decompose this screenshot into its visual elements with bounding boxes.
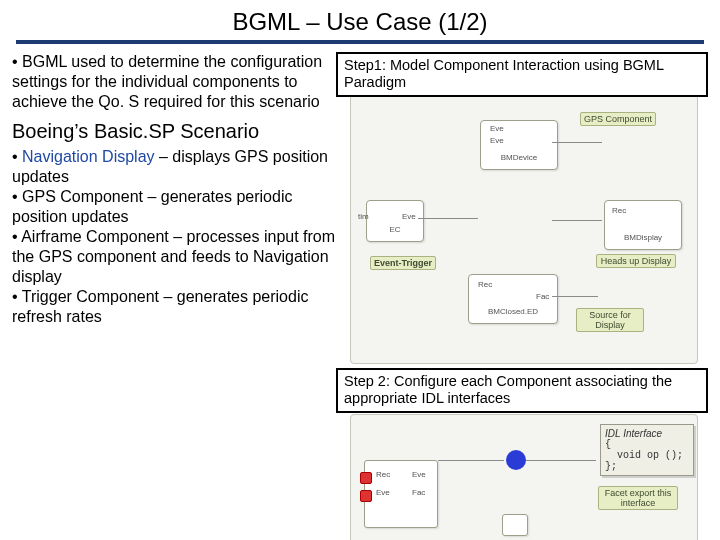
bullet-airframe-component: • Airframe Component – processes input f… — [12, 227, 342, 287]
title-underline — [16, 40, 704, 44]
port-eve-b2-label: Eve — [412, 470, 426, 479]
bullet-term: Navigation Display — [22, 148, 155, 165]
idl-interface-box: IDL Interface { void op (); }; — [600, 424, 694, 476]
slide-title: BGML – Use Case (1/2) — [0, 0, 720, 40]
bullet-prefix: • — [12, 288, 22, 305]
tag-event-trigger: Event-Trigger — [370, 256, 436, 270]
wire — [552, 296, 598, 297]
port-rec2: Rec — [478, 280, 492, 289]
port-fac-b-label: Fac — [412, 488, 425, 497]
tag-gps: GPS Component — [580, 112, 656, 126]
bullet-prefix: • — [12, 188, 22, 205]
wire — [552, 220, 602, 221]
port-eve-b — [360, 490, 372, 502]
intro-bullet: • BGML used to determine the configurati… — [12, 52, 342, 112]
callout-step2: Step 2: Configure each Component associa… — [336, 368, 708, 413]
slide-body: Step1: Model Component Interaction using… — [0, 52, 720, 327]
wire — [438, 460, 504, 461]
facet-port-box — [502, 514, 528, 536]
wire — [418, 218, 478, 219]
callout-step1: Step1: Model Component Interaction using… — [336, 52, 708, 97]
slide: BGML – Use Case (1/2) Step1: Model Compo… — [0, 0, 720, 540]
wire — [526, 460, 596, 461]
port-tim: tim — [358, 212, 369, 221]
port-eve-b-label: Eve — [376, 488, 390, 497]
tag-facet-export: Facet export this interface — [598, 486, 678, 510]
bullet-term: Trigger Component — [22, 288, 159, 305]
port-rec-b-label: Rec — [376, 470, 390, 479]
tag-headsup: Heads up Display — [596, 254, 676, 268]
bullet-prefix: • — [12, 228, 21, 245]
bullet-gps-component: • GPS Component – generates periodic pos… — [12, 187, 342, 227]
bullet-trigger-component: • Trigger Component – generates periodic… — [12, 287, 342, 327]
port-eve1: Eve — [402, 212, 416, 221]
tag-source-display: Source for Display — [576, 308, 644, 332]
wire — [552, 142, 602, 143]
port-eve2: Eve — [490, 124, 504, 133]
node-ec: EC — [366, 200, 424, 242]
idl-title: IDL Interface — [605, 428, 689, 439]
bullet-term: Airframe Component — [21, 228, 169, 245]
blue-node — [506, 450, 526, 470]
port-eve3: Eve — [490, 136, 504, 145]
port-rec1: Rec — [612, 206, 626, 215]
port-rec-b — [360, 472, 372, 484]
bullet-nav-display: • Navigation Display – displays GPS posi… — [12, 147, 342, 187]
idl-body: { void op (); }; — [605, 439, 689, 472]
bullet-term: GPS Component — [22, 188, 143, 205]
bullet-prefix: • — [12, 148, 22, 165]
port-fac: Fac — [536, 292, 549, 301]
